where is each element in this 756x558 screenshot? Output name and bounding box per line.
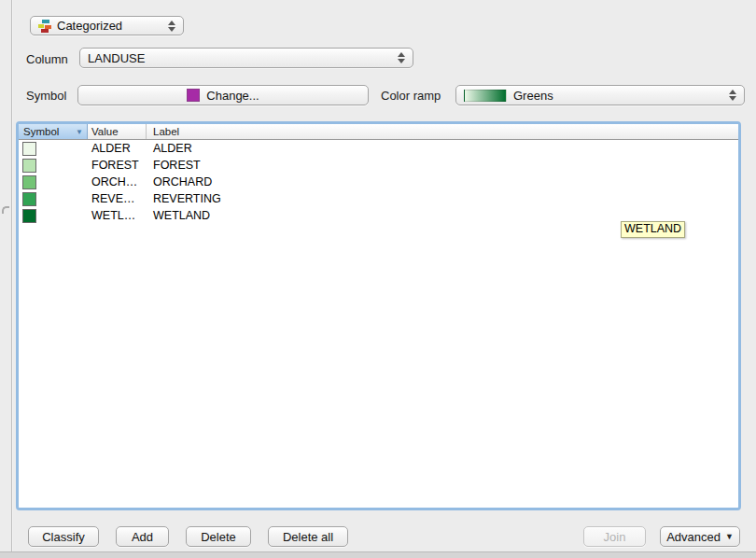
table-header: Symbol ▼ Value Label bbox=[19, 124, 738, 140]
category-color-swatch[interactable] bbox=[22, 159, 36, 173]
categories-table[interactable]: Symbol ▼ Value Label ALDERALDERFORESTFOR… bbox=[16, 121, 741, 510]
table-row[interactable]: ORCH…ORCHARD bbox=[19, 174, 738, 190]
delete-all-button[interactable]: Delete all bbox=[268, 526, 348, 547]
panel-divider-highlight bbox=[12, 0, 13, 558]
row-symbol-cell[interactable] bbox=[19, 159, 88, 173]
color-ramp-preview bbox=[464, 90, 507, 102]
symbol-change-button[interactable]: Change... bbox=[77, 85, 369, 105]
window-bottom-edge bbox=[0, 551, 756, 558]
color-ramp-label: Color ramp bbox=[381, 89, 441, 103]
row-label-cell[interactable]: FOREST bbox=[147, 159, 738, 172]
table-body: ALDERALDERFORESTFORESTORCH…ORCHARDREVE…R… bbox=[19, 140, 738, 224]
splitter-handle-icon[interactable] bbox=[2, 206, 9, 214]
column-select[interactable]: LANDUSE bbox=[79, 48, 413, 68]
column-header-symbol[interactable]: Symbol ▼ bbox=[19, 124, 88, 139]
column-select-value: LANDUSE bbox=[88, 51, 145, 65]
advanced-button[interactable]: Advanced ▼ bbox=[660, 526, 740, 547]
table-row[interactable]: REVE…REVERTING bbox=[19, 190, 738, 207]
dropdown-arrow-icon: ▼ bbox=[725, 532, 734, 541]
join-button: Join bbox=[583, 526, 646, 547]
classify-button[interactable]: Classify bbox=[28, 526, 99, 547]
row-symbol-cell[interactable] bbox=[19, 209, 88, 223]
column-header-value[interactable]: Value bbox=[88, 124, 147, 139]
row-symbol-cell[interactable] bbox=[19, 192, 88, 206]
symbol-label: Symbol bbox=[26, 89, 66, 103]
row-value-cell[interactable]: FOREST bbox=[88, 159, 147, 172]
renderer-type-value: Categorized bbox=[57, 19, 122, 33]
row-label-cell[interactable]: WETLAND bbox=[147, 209, 738, 222]
advanced-button-label: Advanced bbox=[666, 530, 721, 544]
row-label-cell[interactable]: ORCHARD bbox=[147, 175, 738, 188]
row-value-cell[interactable]: WETL… bbox=[88, 209, 147, 222]
table-row[interactable]: ALDERALDER bbox=[19, 140, 738, 157]
color-ramp-value: Greens bbox=[513, 89, 553, 103]
row-value-cell[interactable]: ORCH… bbox=[88, 175, 147, 188]
table-row[interactable]: FORESTFOREST bbox=[19, 157, 738, 174]
add-button[interactable]: Add bbox=[116, 526, 169, 547]
row-value-cell[interactable]: REVE… bbox=[88, 192, 147, 205]
symbol-change-label: Change... bbox=[206, 89, 259, 103]
column-header-label[interactable]: Label bbox=[147, 124, 738, 139]
sort-desc-icon: ▼ bbox=[76, 128, 83, 136]
delete-button[interactable]: Delete bbox=[186, 526, 251, 547]
stepper-arrows-icon bbox=[723, 90, 736, 101]
row-value-cell[interactable]: ALDER bbox=[88, 142, 147, 155]
row-symbol-cell[interactable] bbox=[19, 175, 88, 189]
column-label: Column bbox=[26, 52, 68, 66]
category-color-swatch[interactable] bbox=[22, 192, 36, 206]
row-label-cell[interactable]: REVERTING bbox=[147, 192, 738, 205]
color-ramp-select[interactable]: Greens bbox=[455, 85, 745, 105]
renderer-type-select[interactable]: Categorized bbox=[30, 16, 184, 35]
row-symbol-cell[interactable] bbox=[19, 142, 88, 156]
stepper-arrows-icon bbox=[162, 21, 175, 32]
categorized-icon bbox=[38, 20, 51, 33]
category-color-swatch[interactable] bbox=[22, 209, 36, 223]
category-color-swatch[interactable] bbox=[22, 175, 36, 189]
category-color-swatch[interactable] bbox=[22, 142, 36, 156]
tooltip: WETLAND bbox=[621, 221, 685, 238]
symbol-color-swatch bbox=[187, 89, 200, 102]
stepper-arrows-icon bbox=[392, 52, 405, 63]
row-label-cell[interactable]: ALDER bbox=[147, 142, 738, 155]
